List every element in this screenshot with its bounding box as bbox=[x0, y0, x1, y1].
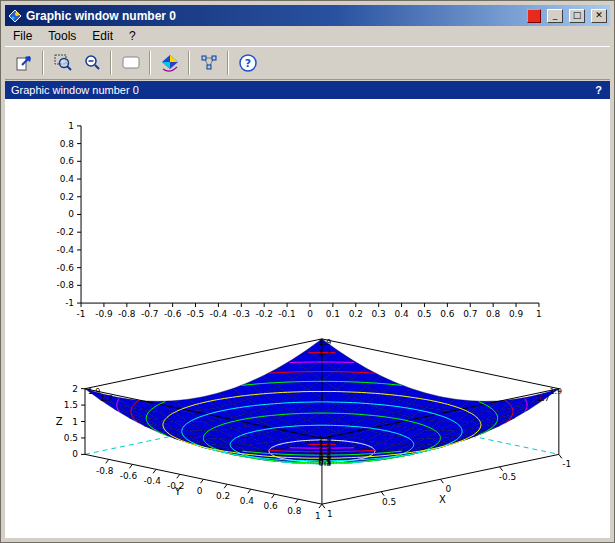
tick-label: 1 bbox=[315, 511, 321, 521]
tick-label: 0.6 bbox=[440, 309, 455, 319]
tick-label: 0.4 bbox=[394, 309, 409, 319]
plot-canvas[interactable]: -1-0.9-0.8-0.7-0.6-0.5-0.4-0.3-0.2-0.100… bbox=[5, 99, 610, 538]
tick-label: -0.2 bbox=[57, 227, 74, 237]
contour-label: 1.9 bbox=[88, 387, 101, 396]
rotate-3d-button[interactable] bbox=[156, 50, 183, 77]
tick-label: 2 bbox=[72, 384, 78, 394]
toolbar-separator bbox=[110, 51, 112, 75]
tick-label: 0.6 bbox=[263, 501, 278, 511]
minimize-button[interactable]: _ bbox=[547, 9, 563, 23]
menu-edit[interactable]: Edit bbox=[84, 27, 121, 45]
tick-label: 1 bbox=[68, 121, 74, 131]
toolbar-separator bbox=[188, 51, 190, 75]
tick-label: -0.9 bbox=[95, 309, 113, 319]
tick-label: -0.5 bbox=[499, 472, 516, 482]
titlebar[interactable]: Graphic window number 0 _ □ ✕ bbox=[5, 5, 610, 26]
contour-label: 1.9 bbox=[550, 387, 563, 396]
tick-label: 0.1 bbox=[326, 309, 340, 319]
help-button[interactable]: ? bbox=[234, 50, 261, 77]
zoom-area-button[interactable] bbox=[49, 50, 76, 77]
tick-label: 0.8 bbox=[60, 139, 75, 149]
menu-file[interactable]: File bbox=[5, 27, 40, 45]
tick-label: 0.9 bbox=[509, 309, 524, 319]
toolbar: ? bbox=[5, 46, 610, 80]
toolbar-separator bbox=[149, 51, 151, 75]
contour-label: 1.7 bbox=[319, 348, 332, 357]
tick-label: -0.4 bbox=[210, 309, 228, 319]
contour-label: 1.7 bbox=[100, 394, 113, 403]
tick-label: -0.3 bbox=[233, 309, 250, 319]
maximize-button[interactable]: □ bbox=[569, 9, 585, 23]
scilab-icon bbox=[8, 9, 22, 23]
toolbar-separator bbox=[42, 51, 44, 75]
tick-label: -0.6 bbox=[120, 471, 138, 481]
tick-label: -0.6 bbox=[57, 263, 75, 273]
tick-label: -0.6 bbox=[164, 309, 182, 319]
y-axis-label: Y bbox=[174, 486, 182, 497]
tick-label: 0.2 bbox=[216, 491, 230, 501]
infobar-help-icon[interactable]: ? bbox=[595, 84, 604, 96]
tick-label: -0.5 bbox=[187, 309, 204, 319]
help-glyph: ? bbox=[244, 57, 250, 70]
tick-label: -0.4 bbox=[143, 476, 161, 486]
tick-label: -1 bbox=[77, 309, 86, 319]
tick-label: 0 bbox=[446, 484, 452, 494]
plot-svg: -1-0.9-0.8-0.7-0.6-0.5-0.4-0.3-0.2-0.100… bbox=[5, 99, 610, 538]
tick-label: 0.4 bbox=[60, 174, 75, 184]
tick-label: -0.8 bbox=[118, 309, 136, 319]
graphics-editor-button[interactable] bbox=[195, 50, 222, 77]
infobar: Graphic window number 0 ? bbox=[5, 81, 610, 99]
contour-label: 1.7 bbox=[537, 394, 550, 403]
tick-label: -1 bbox=[65, 298, 74, 308]
annotation-icon bbox=[121, 53, 141, 73]
unzoom-icon bbox=[82, 53, 102, 73]
rotate-3d-icon bbox=[160, 53, 180, 73]
tick-label: -0.1 bbox=[278, 309, 295, 319]
unzoom-button[interactable] bbox=[78, 50, 105, 77]
tick-label: 1 bbox=[72, 417, 78, 427]
tick-label: 0.3 bbox=[372, 309, 386, 319]
tick-label: 1 bbox=[536, 309, 542, 319]
help-icon: ? bbox=[238, 53, 258, 73]
close-button[interactable]: ✕ bbox=[591, 9, 607, 23]
tick-label: 0 bbox=[197, 486, 203, 496]
tick-label: 1.5 bbox=[64, 400, 78, 410]
plot2d-axes: -1-0.9-0.8-0.7-0.6-0.5-0.4-0.3-0.2-0.100… bbox=[57, 121, 542, 319]
menubar: File Tools Edit ? bbox=[5, 26, 610, 46]
tick-label: -0.8 bbox=[57, 280, 75, 290]
export-button[interactable] bbox=[10, 50, 37, 77]
graphic-window: Graphic window number 0 _ □ ✕ File Tools… bbox=[0, 0, 615, 543]
red-square-button[interactable] bbox=[527, 9, 541, 23]
graphics-editor-icon bbox=[199, 53, 219, 73]
tick-label: -0.4 bbox=[57, 245, 75, 255]
zoom-area-icon bbox=[53, 53, 73, 73]
tick-label: 0.5 bbox=[417, 309, 431, 319]
infobar-text: Graphic window number 0 bbox=[11, 84, 139, 96]
tick-label: 0 bbox=[72, 449, 78, 459]
window-title: Graphic window number 0 bbox=[26, 9, 521, 23]
tick-label: 1 bbox=[327, 509, 333, 519]
tick-label: 0.2 bbox=[349, 309, 363, 319]
tick-label: 0.2 bbox=[60, 192, 74, 202]
x-axis-label: X bbox=[439, 494, 446, 505]
tick-label: -0.8 bbox=[96, 466, 114, 476]
contour-label: 1.9 bbox=[319, 435, 332, 444]
tick-label: -0.2 bbox=[255, 309, 272, 319]
menu-help[interactable]: ? bbox=[121, 27, 144, 45]
tick-label: 0.6 bbox=[60, 156, 75, 166]
z-axis-label: Z bbox=[56, 416, 63, 427]
export-icon bbox=[14, 53, 34, 73]
toolbar-separator bbox=[227, 51, 229, 75]
tick-label: 0 bbox=[68, 209, 74, 219]
tick-label: -0.7 bbox=[141, 309, 158, 319]
tick-label: 0 bbox=[307, 309, 313, 319]
tick-label: 0.5 bbox=[382, 497, 396, 507]
tick-label: 0.7 bbox=[463, 309, 477, 319]
annotation-button[interactable] bbox=[117, 50, 144, 77]
menu-tools[interactable]: Tools bbox=[40, 27, 84, 45]
tick-label: 0.4 bbox=[240, 496, 255, 506]
tick-label: 0.5 bbox=[64, 433, 78, 443]
contour-label: 1.9 bbox=[319, 338, 332, 347]
tick-label: -1 bbox=[562, 459, 571, 469]
tick-label: 0.8 bbox=[287, 506, 302, 516]
